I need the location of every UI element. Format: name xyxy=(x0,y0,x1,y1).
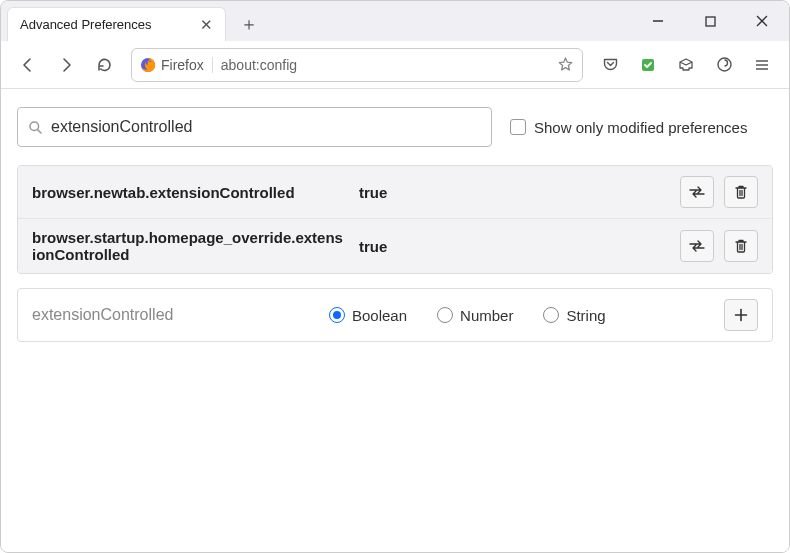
about-config-content: Show only modified preferences browser.n… xyxy=(1,89,789,552)
new-pref-name: extensionControlled xyxy=(32,306,317,324)
modified-only-toggle[interactable]: Show only modified preferences xyxy=(510,119,747,136)
pref-list: browser.newtab.extensionControlled true … xyxy=(17,165,773,274)
radio-number[interactable]: Number xyxy=(437,307,513,324)
radio-string[interactable]: String xyxy=(543,307,605,324)
radio-label: Boolean xyxy=(352,307,407,324)
firefox-logo-icon xyxy=(140,57,156,73)
toggle-button[interactable] xyxy=(680,230,714,262)
modified-only-label: Show only modified preferences xyxy=(534,119,747,136)
pref-row[interactable]: browser.startup.homepage_override.extens… xyxy=(18,219,772,273)
radio-label: Number xyxy=(460,307,513,324)
close-window-button[interactable] xyxy=(745,7,779,35)
trash-icon xyxy=(734,184,748,200)
new-pref-row: extensionControlled Boolean Number Strin… xyxy=(17,288,773,342)
identity-box[interactable]: Firefox xyxy=(140,57,213,73)
search-box[interactable] xyxy=(17,107,492,147)
window-controls xyxy=(641,7,779,35)
reload-button[interactable] xyxy=(87,48,121,82)
add-pref-button[interactable] xyxy=(724,299,758,331)
svg-line-11 xyxy=(38,129,41,132)
nav-toolbar: Firefox about:config xyxy=(1,41,789,89)
search-input[interactable] xyxy=(51,118,481,136)
close-tab-icon[interactable]: ✕ xyxy=(200,16,213,34)
search-icon xyxy=(28,120,43,135)
toggle-icon xyxy=(688,185,706,199)
search-row: Show only modified preferences xyxy=(17,107,773,147)
tab-bar: Advanced Preferences ✕ ＋ xyxy=(1,1,789,41)
pref-value: true xyxy=(359,238,668,255)
minimize-button[interactable] xyxy=(641,7,675,35)
maximize-button[interactable] xyxy=(693,7,727,35)
extension-button[interactable] xyxy=(631,48,665,82)
bookmark-star-icon[interactable] xyxy=(557,56,574,73)
tab-title: Advanced Preferences xyxy=(20,17,152,32)
firefox-window: Advanced Preferences ✕ ＋ xyxy=(0,0,790,553)
radio-icon xyxy=(543,307,559,323)
type-radio-group: Boolean Number String xyxy=(329,307,712,324)
back-button[interactable] xyxy=(11,48,45,82)
pref-actions xyxy=(680,230,758,262)
delete-button[interactable] xyxy=(724,176,758,208)
pref-name: browser.newtab.extensionControlled xyxy=(32,184,347,201)
pocket-button[interactable] xyxy=(593,48,627,82)
plus-icon xyxy=(734,308,748,322)
pref-row[interactable]: browser.newtab.extensionControlled true xyxy=(18,166,772,219)
pref-value: true xyxy=(359,184,668,201)
radio-label: String xyxy=(566,307,605,324)
address-bar[interactable]: Firefox about:config xyxy=(131,48,583,82)
toggle-icon xyxy=(688,239,706,253)
toggle-button[interactable] xyxy=(680,176,714,208)
svg-rect-1 xyxy=(706,17,715,26)
url-text: about:config xyxy=(221,57,557,73)
browser-tab[interactable]: Advanced Preferences ✕ xyxy=(7,7,226,41)
pref-name: browser.startup.homepage_override.extens… xyxy=(32,229,347,263)
identity-label: Firefox xyxy=(161,57,204,73)
account-button[interactable] xyxy=(707,48,741,82)
radio-icon xyxy=(329,307,345,323)
inbox-button[interactable] xyxy=(669,48,703,82)
app-menu-button[interactable] xyxy=(745,48,779,82)
radio-boolean[interactable]: Boolean xyxy=(329,307,407,324)
trash-icon xyxy=(734,238,748,254)
delete-button[interactable] xyxy=(724,230,758,262)
radio-icon xyxy=(437,307,453,323)
new-tab-button[interactable]: ＋ xyxy=(234,9,264,39)
checkbox-icon xyxy=(510,119,526,135)
pref-actions xyxy=(680,176,758,208)
forward-button[interactable] xyxy=(49,48,83,82)
